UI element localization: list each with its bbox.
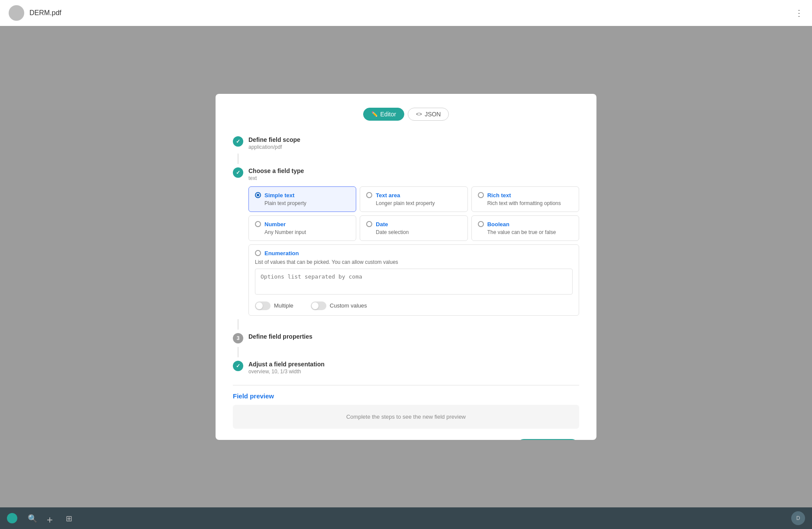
step-1-subtitle: application/pdf xyxy=(248,144,579,150)
field-type-rich-text-label: Rich text xyxy=(487,192,511,199)
top-bar: DERM.pdf ⋮ xyxy=(0,0,812,26)
step-2-icon: ✓ xyxy=(233,167,243,178)
step-4-title: Adjust a field presentation xyxy=(248,361,579,368)
radio-date xyxy=(366,221,372,227)
step-1-content: Define field scope application/pdf xyxy=(248,136,579,150)
modal-overlay: ✏️ Editor <> JSON ✓ Define field scope a… xyxy=(0,26,812,507)
multiple-toggle[interactable] xyxy=(255,301,271,310)
field-type-text-area[interactable]: Text area Longer plain text property xyxy=(360,186,467,212)
radio-rich-text xyxy=(478,192,484,198)
connector-3-4 xyxy=(238,347,238,357)
create-new-field-button[interactable]: Create new field xyxy=(516,439,579,440)
modal: ✏️ Editor <> JSON ✓ Define field scope a… xyxy=(216,94,596,440)
step-4-content: Adjust a field presentation overview, 10… xyxy=(248,361,579,375)
radio-simple-text xyxy=(255,192,261,198)
field-type-enumeration-label: Enumeration xyxy=(264,250,299,256)
tab-editor[interactable]: ✏️ Editor xyxy=(363,108,405,121)
field-type-number-desc: Any Number input xyxy=(264,229,350,235)
step-3-content: Define field properties xyxy=(248,333,579,341)
field-type-number-label: Number xyxy=(264,221,286,228)
multiple-toggle-option: Multiple xyxy=(255,301,293,310)
step-1-icon: ✓ xyxy=(233,136,243,147)
step-choose-field-type: ✓ Choose a field type text Simple text P… xyxy=(233,164,579,319)
field-type-text-area-desc: Longer plain text property xyxy=(376,200,461,206)
toggle-knob-multiple xyxy=(256,302,263,309)
step-2-title: Choose a field type xyxy=(248,167,579,174)
multiple-label: Multiple xyxy=(274,302,293,309)
custom-values-toggle-option: Custom values xyxy=(311,301,367,310)
step-3-title: Define field properties xyxy=(248,333,579,340)
steps-container: ✓ Define field scope application/pdf ✓ C… xyxy=(233,133,579,378)
tab-json[interactable]: <> JSON xyxy=(408,108,449,121)
connector-1-2 xyxy=(238,154,238,164)
cancel-button[interactable]: Cancel xyxy=(478,439,511,440)
field-type-number[interactable]: Number Any Number input xyxy=(248,215,356,241)
enumeration-options-input[interactable] xyxy=(255,269,573,295)
modal-footer: Cancel Create new field xyxy=(233,439,579,440)
connector-2-3 xyxy=(238,319,238,330)
field-type-simple-text-label: Simple text xyxy=(264,192,294,199)
custom-values-label: Custom values xyxy=(330,302,367,309)
field-type-boolean-label: Boolean xyxy=(487,221,509,228)
field-type-grid: Simple text Plain text property Text are… xyxy=(248,186,579,316)
field-type-text-area-label: Text area xyxy=(376,192,400,199)
add-icon[interactable]: + xyxy=(47,514,55,523)
divider xyxy=(233,385,579,385)
field-type-date-desc: Date selection xyxy=(376,229,461,235)
custom-values-toggle[interactable] xyxy=(311,301,326,310)
grid-icon[interactable]: ⊞ xyxy=(66,514,74,523)
field-preview-placeholder: Complete the steps to see the new field … xyxy=(233,405,579,429)
step-2-content: Choose a field type text Simple text Pla… xyxy=(248,167,579,316)
step-2-subtitle: text xyxy=(248,175,579,181)
field-type-boolean[interactable]: Boolean The value can be true or false xyxy=(471,215,579,241)
field-type-boolean-desc: The value can be true or false xyxy=(487,229,573,235)
field-type-date[interactable]: Date Date selection xyxy=(360,215,467,241)
field-type-simple-text-desc: Plain text property xyxy=(264,200,350,206)
step-1-title: Define field scope xyxy=(248,136,579,143)
step-3-icon: 3 xyxy=(233,333,243,343)
field-type-enumeration-desc: List of values that can be picked. You c… xyxy=(255,259,573,265)
field-type-simple-text[interactable]: Simple text Plain text property xyxy=(248,186,356,212)
search-icon[interactable]: 🔍 xyxy=(28,514,36,523)
radio-enumeration xyxy=(255,250,261,256)
radio-boolean xyxy=(478,221,484,227)
avatar xyxy=(9,5,24,21)
field-type-date-label: Date xyxy=(376,221,388,228)
step-4-icon: ✓ xyxy=(233,361,243,371)
toggle-knob-custom xyxy=(312,302,319,309)
step-define-scope: ✓ Define field scope application/pdf xyxy=(233,133,579,154)
field-preview-section: Field preview Complete the steps to see … xyxy=(233,392,579,429)
user-avatar[interactable]: D xyxy=(791,511,805,525)
radio-number xyxy=(255,221,261,227)
field-type-rich-text-desc: Rich text with formatting options xyxy=(487,200,573,206)
field-type-rich-text[interactable]: Rich text Rich text with formatting opti… xyxy=(471,186,579,212)
step-4-subtitle: overview, 10, 1/3 width xyxy=(248,369,579,375)
step-define-properties: 3 Define field properties xyxy=(233,330,579,347)
radio-text-area xyxy=(366,192,372,198)
modal-tabs: ✏️ Editor <> JSON xyxy=(233,108,579,121)
field-preview-title: Field preview xyxy=(233,392,579,400)
code-icon: <> xyxy=(416,111,422,117)
menu-icon[interactable]: ⋮ xyxy=(795,8,803,18)
field-type-enumeration[interactable]: Enumeration List of values that can be p… xyxy=(248,244,579,316)
home-icon[interactable] xyxy=(7,513,17,523)
pencil-icon: ✏️ xyxy=(371,111,378,117)
step-adjust-presentation: ✓ Adjust a field presentation overview, … xyxy=(233,357,579,378)
enum-options-row: Multiple Custom values xyxy=(255,301,573,310)
app-title: DERM.pdf xyxy=(29,9,61,17)
bottom-bar: 🔍 + ⊞ D xyxy=(0,507,812,529)
